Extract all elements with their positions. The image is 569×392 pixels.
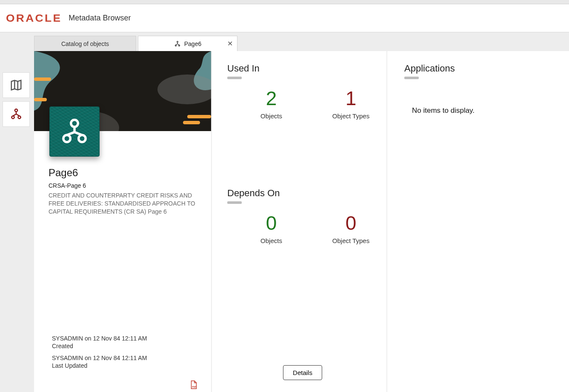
created-line: SYSADMIN on 12 Nov 84 12:11 AM bbox=[52, 335, 203, 342]
used-in-objects[interactable]: 2 Objects bbox=[244, 89, 298, 120]
svg-text:PDF: PDF bbox=[192, 386, 196, 388]
stat-value: 0 bbox=[244, 213, 298, 233]
created-label: Created bbox=[52, 343, 203, 349]
nav-hierarchy-button[interactable] bbox=[3, 101, 30, 127]
updated-label: Last Updated bbox=[52, 362, 203, 369]
nav-map-button[interactable] bbox=[3, 72, 30, 98]
stat-label: Objects bbox=[244, 237, 298, 244]
page-description: CREDIT AND COUNTERPARTY CREDIT RISKS AND… bbox=[49, 192, 203, 216]
left-rail bbox=[3, 72, 30, 127]
summary-card: Page6 CRSA-Page 6 CREDIT AND COUNTERPART… bbox=[34, 51, 211, 392]
svg-point-15 bbox=[79, 135, 86, 142]
empty-message: No items to display. bbox=[404, 89, 556, 115]
used-in-types[interactable]: 1 Object Types bbox=[324, 89, 378, 120]
hierarchy-icon bbox=[174, 40, 181, 47]
tab-catalog[interactable]: Catalog of objects bbox=[34, 36, 136, 51]
svg-point-13 bbox=[71, 120, 78, 127]
depends-on-title: Depends On bbox=[227, 188, 378, 199]
stat-value: 0 bbox=[324, 213, 378, 233]
hierarchy-icon bbox=[60, 117, 89, 146]
svg-point-14 bbox=[63, 135, 71, 142]
oracle-logo: ORACLE bbox=[9, 12, 59, 24]
tab-label: Page6 bbox=[184, 40, 201, 47]
title-underline bbox=[404, 77, 419, 79]
tab-strip: Catalog of objects Page6 ✕ bbox=[34, 36, 239, 51]
app-header: ORACLE Metadata Browser bbox=[0, 4, 569, 32]
depends-on-stats: 0 Objects 0 Object Types bbox=[227, 213, 378, 244]
svg-point-1 bbox=[11, 116, 14, 118]
svg-rect-10 bbox=[34, 98, 47, 101]
stat-value: 1 bbox=[324, 89, 378, 108]
details-button[interactable]: Details bbox=[283, 365, 322, 380]
stat-label: Objects bbox=[244, 112, 298, 120]
updated-line: SYSADMIN on 12 Nov 84 12:11 AM bbox=[52, 355, 203, 361]
workspace: Catalog of objects Page6 ✕ bbox=[0, 32, 569, 392]
hierarchy-icon bbox=[10, 108, 23, 120]
stat-label: Object Types bbox=[324, 237, 378, 244]
map-icon bbox=[10, 79, 23, 92]
close-icon[interactable]: ✕ bbox=[227, 40, 233, 48]
tab-page6[interactable]: Page6 ✕ bbox=[138, 36, 237, 51]
title-underline bbox=[227, 201, 242, 204]
svg-point-5 bbox=[178, 45, 180, 46]
svg-point-3 bbox=[177, 41, 178, 42]
applications-title: Applications bbox=[404, 63, 556, 74]
window-chrome-stub bbox=[0, 0, 569, 4]
stat-value: 2 bbox=[244, 89, 298, 108]
tab-label: Catalog of objects bbox=[61, 40, 109, 47]
used-in-title: Used In bbox=[227, 63, 378, 74]
applications-card: Applications No items to display. bbox=[387, 51, 569, 392]
svg-rect-12 bbox=[183, 121, 200, 124]
pdf-icon[interactable]: PDF bbox=[189, 380, 198, 389]
svg-rect-9 bbox=[34, 77, 51, 81]
content-row: Page6 CRSA-Page 6 CREDIT AND COUNTERPART… bbox=[34, 51, 569, 392]
svg-rect-11 bbox=[187, 115, 211, 118]
depends-on-types[interactable]: 0 Object Types bbox=[324, 213, 378, 244]
page-subtitle: CRSA-Page 6 bbox=[49, 182, 203, 189]
relations-card: Used In 2 Objects 1 Object Types Depends… bbox=[212, 51, 386, 392]
metadata-block: SYSADMIN on 12 Nov 84 12:11 AM Created S… bbox=[49, 330, 203, 372]
used-in-stats: 2 Objects 1 Object Types bbox=[227, 89, 378, 120]
stat-label: Object Types bbox=[324, 112, 378, 120]
object-type-badge bbox=[49, 106, 100, 157]
page-title: Page6 bbox=[49, 167, 203, 179]
svg-point-4 bbox=[175, 45, 176, 46]
svg-point-0 bbox=[15, 109, 17, 112]
app-title: Metadata Browser bbox=[69, 14, 131, 23]
title-underline bbox=[227, 77, 242, 79]
depends-on-objects[interactable]: 0 Objects bbox=[244, 213, 298, 244]
svg-point-2 bbox=[18, 116, 20, 118]
